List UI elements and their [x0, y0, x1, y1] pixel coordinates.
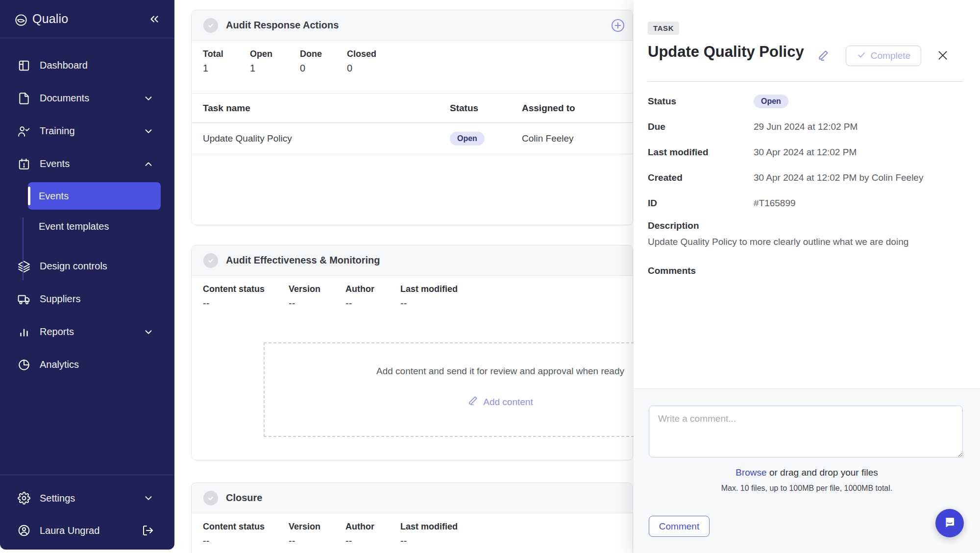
description-text: Update Quality Policy to more clearly ou… [648, 235, 956, 249]
comment-input[interactable] [649, 406, 963, 457]
file-limits-text: Max. 10 files, up to 100MB per file, 100… [634, 484, 980, 493]
sidebar-item-suppliers[interactable]: Suppliers [0, 283, 174, 315]
user-circle-icon [18, 524, 30, 537]
qualio-logo-icon [15, 13, 27, 25]
col-status: Status [450, 103, 522, 114]
card-title: Audit Effectiveness & Monitoring [226, 255, 380, 266]
dashboard-icon [18, 59, 30, 72]
comment-section: Browse or drag and drop your files Max. … [634, 388, 980, 553]
sidebar-item-events[interactable]: Events [0, 147, 174, 180]
add-content-icon [467, 395, 478, 409]
complete-button[interactable]: Complete [846, 46, 921, 66]
browse-rest: or drag and drop your files [767, 467, 878, 478]
stat-version: Version -- [289, 284, 345, 309]
complete-check-icon [857, 50, 866, 62]
sidebar-item-label: Events [40, 158, 70, 169]
app-root: Qualio Dashboard [0, 0, 980, 553]
bar-chart-icon [18, 326, 30, 338]
sidebar-item-label: Reports [40, 326, 74, 337]
sidebar-item-design-controls[interactable]: Design controls [0, 250, 174, 283]
task-title: Update Quality Policy [648, 43, 804, 61]
subnav-connector-line [23, 217, 24, 280]
sidebar-item-label: Design controls [40, 261, 107, 272]
chevron-down-icon [143, 126, 154, 137]
card-audit-response-actions: Audit Response Actions Total 1 Open 1 Do… [191, 10, 633, 225]
table-row-task[interactable]: Update Quality Policy Open Colin Feeley [192, 123, 633, 154]
stat-open: Open 1 [250, 49, 300, 93]
stat-author: Author -- [345, 284, 400, 309]
sidebar-subitem-event-templates[interactable]: Event templates [0, 210, 174, 243]
sidebar-item-training[interactable]: Training [0, 115, 174, 147]
card-audit-effectiveness: Audit Effectiveness & Monitoring Content… [191, 245, 633, 460]
panel-divider [648, 81, 963, 82]
qualio-logo[interactable]: Qualio [15, 12, 68, 26]
card-closure: Closure Content status -- Version -- Aut… [191, 482, 633, 553]
description-label: Description [648, 220, 699, 231]
sidebar-item-dashboard[interactable]: Dashboard [0, 49, 174, 82]
sidebar-subitem-label: Event templates [39, 221, 109, 232]
collapse-sidebar-icon[interactable] [148, 13, 161, 25]
logo-text: Qualio [32, 12, 68, 26]
document-icon [18, 92, 30, 105]
stat-version: Version -- [289, 522, 345, 547]
sidebar-item-label: Training [40, 125, 75, 137]
task-detail-panel: TASK Update Quality Policy Complete Stat… [634, 0, 980, 553]
stat-last-modified: Last modified -- [400, 284, 458, 309]
status-cell: Open [450, 132, 522, 145]
sidebar: Qualio Dashboard [0, 0, 174, 550]
field-status: Status Open [648, 89, 963, 114]
status-badge: Open [450, 132, 485, 145]
sidebar-item-label: Dashboard [40, 60, 88, 71]
sidebar-item-user[interactable]: Laura Ungrad [0, 514, 174, 547]
browse-link[interactable]: Browse [735, 467, 766, 478]
sidebar-footer: Settings Laura Ungrad [0, 475, 174, 550]
truck-icon [18, 293, 30, 306]
sidebar-item-label: Analytics [40, 359, 79, 370]
layers-icon [18, 260, 30, 273]
card-header: Closure [192, 483, 633, 513]
sidebar-header: Qualio [0, 0, 174, 38]
content-stats: Content status -- Version -- Author -- L… [192, 276, 633, 309]
add-task-icon[interactable] [610, 18, 626, 33]
sidebar-item-label: Documents [40, 93, 89, 104]
pie-chart-icon [18, 359, 30, 371]
card-title: Closure [226, 492, 262, 504]
check-circle-icon [203, 491, 218, 505]
sidebar-subitem-label: Events [39, 191, 69, 202]
sidebar-subitem-events-active[interactable]: Events [28, 182, 161, 210]
comment-button[interactable]: Comment [649, 516, 710, 537]
chevron-down-icon [143, 327, 154, 337]
sidebar-item-analytics[interactable]: Analytics [0, 348, 174, 381]
chevron-down-icon [143, 493, 154, 504]
card-header: Audit Effectiveness & Monitoring [192, 245, 633, 276]
edit-title-icon[interactable] [817, 49, 830, 62]
card-title: Audit Response Actions [226, 20, 339, 31]
sidebar-item-documents[interactable]: Documents [0, 82, 174, 115]
comments-label: Comments [648, 265, 696, 276]
sidebar-item-label: Suppliers [40, 293, 80, 305]
sidebar-nav: Dashboard Documents [0, 38, 174, 381]
stat-last-modified: Last modified -- [400, 522, 458, 547]
task-table-header: Task name Status Assigned to [192, 94, 633, 123]
stat-author: Author -- [345, 522, 400, 547]
user-check-icon [18, 125, 30, 138]
add-content-button[interactable]: Add content [467, 395, 533, 409]
user-name-label: Laura Ungrad [40, 525, 99, 536]
logout-icon[interactable] [142, 525, 154, 536]
close-panel-icon[interactable] [936, 49, 949, 62]
field-last-modified: Last modified 30 Apr 2024 at 12:02 PM [648, 140, 963, 165]
sidebar-item-reports[interactable]: Reports [0, 315, 174, 348]
field-created: Created 30 Apr 2024 at 12:02 PM by Colin… [648, 165, 963, 191]
sidebar-item-settings[interactable]: Settings [0, 482, 174, 514]
stat-closed: Closed 0 [347, 49, 376, 93]
sidebar-spacer [0, 381, 174, 475]
status-badge: Open [754, 95, 788, 108]
check-circle-icon [203, 18, 218, 33]
assigned-cell: Colin Feeley [522, 133, 633, 144]
task-type-badge: TASK [648, 22, 679, 35]
chat-launcher-button[interactable] [935, 509, 964, 537]
col-assigned-to: Assigned to [522, 103, 633, 114]
col-task-name: Task name [203, 103, 450, 114]
stat-total: Total 1 [203, 49, 250, 93]
gear-icon [18, 492, 30, 505]
